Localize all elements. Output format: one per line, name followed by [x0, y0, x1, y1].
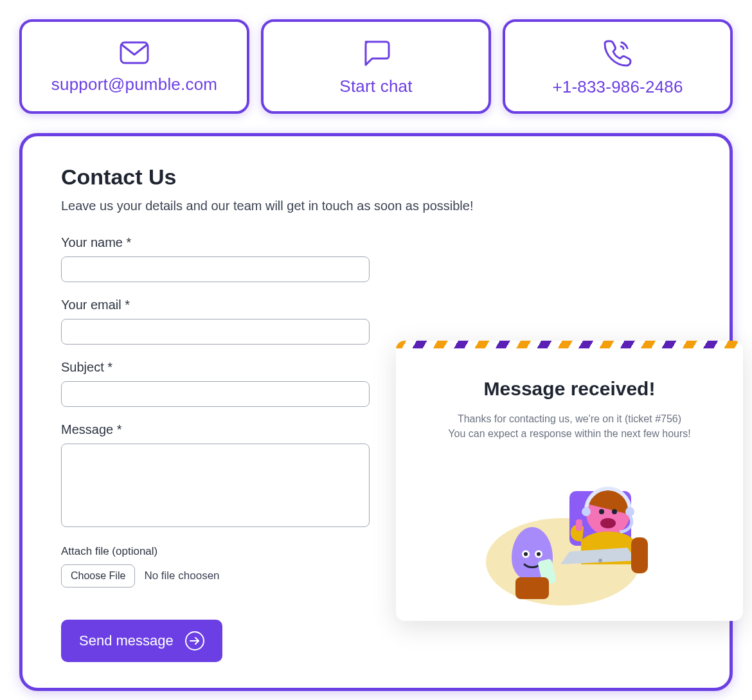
toast-line2: You can expect a response within the nex…	[415, 426, 724, 441]
svg-point-15	[537, 552, 541, 556]
svg-point-7	[612, 509, 617, 514]
choose-file-button[interactable]: Choose File	[61, 564, 135, 588]
subject-input[interactable]	[61, 381, 370, 407]
phone-label: +1-833-986-2486	[552, 77, 683, 97]
send-message-button[interactable]: Send message	[61, 620, 222, 662]
toast-stripe	[396, 341, 743, 348]
mail-icon	[120, 41, 149, 64]
svg-point-8	[600, 518, 616, 528]
svg-point-6	[599, 509, 604, 514]
toast-line1: Thanks for contacting us, we're on it (t…	[415, 411, 724, 426]
name-field: Your name *	[61, 235, 691, 282]
email-field: Your email *	[61, 298, 691, 345]
svg-point-5	[625, 507, 634, 516]
send-button-label: Send message	[79, 633, 174, 649]
arrow-right-circle-icon	[185, 631, 204, 651]
phone-icon	[604, 39, 632, 67]
name-label: Your name *	[61, 235, 691, 250]
contact-methods-row: support@pumble.com Start chat +1-833-986…	[19, 19, 733, 114]
form-title: Contact Us	[61, 165, 691, 190]
phone-card[interactable]: +1-833-986-2486	[503, 19, 733, 114]
support-illustration	[396, 465, 743, 607]
file-status: No file choosen	[144, 570, 219, 582]
svg-rect-9	[576, 519, 582, 531]
email-card[interactable]: support@pumble.com	[19, 19, 249, 114]
svg-rect-17	[515, 577, 549, 599]
name-input[interactable]	[61, 256, 370, 282]
svg-rect-0	[121, 42, 148, 63]
svg-point-14	[524, 552, 528, 556]
toast-title: Message received!	[415, 378, 724, 400]
message-input[interactable]	[61, 444, 370, 527]
email-input[interactable]	[61, 319, 370, 345]
svg-rect-11	[631, 537, 648, 573]
message-received-toast: Message received! Thanks for contacting …	[396, 341, 743, 621]
svg-point-10	[598, 559, 602, 562]
chat-label: Start chat	[339, 76, 412, 96]
email-label-form: Your email *	[61, 298, 691, 312]
svg-point-4	[582, 507, 591, 516]
form-subtitle: Leave us your details and our team will …	[61, 199, 691, 213]
chat-card[interactable]: Start chat	[261, 19, 491, 114]
chat-icon	[362, 39, 390, 66]
email-label: support@pumble.com	[51, 75, 217, 94]
